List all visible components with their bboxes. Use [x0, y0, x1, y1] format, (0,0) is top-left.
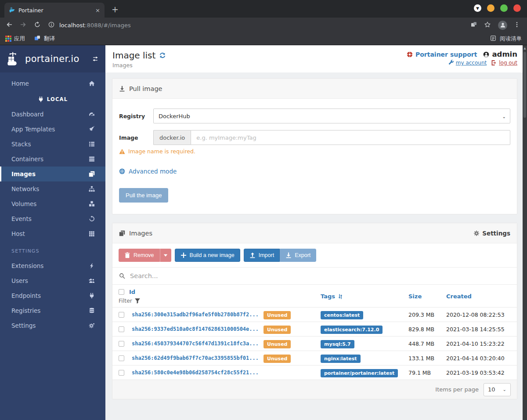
new-tab-button[interactable]: + — [112, 4, 119, 14]
forward-icon[interactable] — [20, 22, 27, 29]
tab-title: Portainer — [18, 7, 43, 14]
validation-warning: Image name is required. — [119, 148, 510, 155]
select-all-checkbox[interactable] — [119, 289, 124, 295]
sidebar-item-dashboard[interactable]: Dashboard — [0, 107, 105, 122]
maximize-button[interactable] — [500, 4, 508, 12]
sort-by-created[interactable]: Created — [446, 293, 511, 300]
profile-avatar[interactable] — [498, 21, 507, 30]
import-button[interactable]: Import — [244, 249, 280, 262]
filter-button[interactable]: Filter — [119, 297, 264, 304]
images-panel-header: Images Settings — [112, 223, 517, 243]
sort-by-tags[interactable]: Tags — [321, 293, 408, 300]
browser-window: Portainer × + ▼ localhost:8088/#/images — [0, 0, 527, 420]
sidebar-item-label: Stacks — [11, 141, 31, 148]
remove-dropdown-button[interactable] — [160, 249, 171, 262]
browser-tab[interactable]: Portainer × — [4, 3, 105, 18]
sidebar-item-settings[interactable]: Settings — [0, 318, 105, 333]
image-id-link[interactable]: sha256:450379344707c56f47d1391c18fc3a... — [132, 340, 264, 347]
unused-cell: Unused — [264, 325, 321, 334]
row-checkbox[interactable] — [119, 326, 124, 332]
plug-icon — [89, 293, 95, 299]
log-out-link[interactable]: log out — [491, 60, 517, 66]
home-icon — [89, 80, 95, 87]
translate-icon[interactable] — [471, 22, 478, 29]
bookmark-translate[interactable]: 翻译 — [34, 35, 55, 43]
size-cell: 829.8 MB — [408, 326, 446, 333]
minimize-button[interactable] — [487, 4, 495, 12]
table-search-input[interactable]: Search... — [112, 267, 517, 285]
export-button[interactable]: Export — [280, 249, 316, 262]
dashboard-icon — [89, 111, 95, 117]
sidebar-item-events[interactable]: Events — [0, 211, 105, 226]
items-per-page-select[interactable]: 10 ⌄ — [484, 383, 511, 396]
sort-by-size[interactable]: Size — [408, 293, 446, 300]
reload-icon[interactable] — [34, 22, 41, 29]
page-scrollbar[interactable]: ▲ — [523, 45, 527, 420]
sidebar-logo[interactable]: portainer.io — [0, 45, 105, 72]
advanced-mode-link[interactable]: Advanced mode — [119, 168, 510, 175]
scroll-up-arrow[interactable]: ▲ — [523, 45, 527, 50]
row-checkbox[interactable] — [119, 355, 124, 361]
address-bar[interactable]: localhost:8088/#/images — [48, 22, 464, 29]
remove-button[interactable]: Remove — [119, 249, 160, 262]
sidebar-item-networks[interactable]: Networks — [0, 181, 105, 196]
gears-icon — [89, 322, 95, 329]
image-id-link[interactable]: sha256:580c0e4e98b06d258754cf28c55f21... — [132, 369, 264, 376]
registry-select[interactable]: DockerHub — [153, 109, 510, 123]
build-image-button[interactable]: Build a new image — [175, 249, 240, 262]
created-cell: 2021-03-18 14:25:55 — [446, 326, 511, 333]
sidebar-item-containers[interactable]: Containers — [0, 152, 105, 167]
sidebar-item-stacks[interactable]: Stacks — [0, 137, 105, 152]
sidebar-item-extensions[interactable]: Extensions — [0, 258, 105, 273]
image-name-input[interactable]: e.g. myImage:myTag — [191, 130, 510, 145]
window-menu-icon[interactable]: ▼ — [474, 4, 481, 12]
portainer-support-link[interactable]: Portainer support — [407, 51, 477, 58]
sidebar-item-users[interactable]: Users — [0, 273, 105, 288]
image-id-link[interactable]: sha256:9337ed510a0c8f147628631000504e... — [132, 326, 264, 332]
rocket-icon — [89, 126, 95, 132]
sidebar-item-app-templates[interactable]: App Templates — [0, 122, 105, 137]
page-header: Image list Images Portainer support admi — [105, 45, 527, 72]
table-header: Id Filter Tags Size — [112, 285, 517, 307]
table-settings-button[interactable]: Settings — [473, 230, 510, 237]
browser-menu-icon[interactable] — [514, 22, 521, 29]
sort-icon — [337, 293, 343, 300]
site-info-icon[interactable] — [48, 22, 55, 29]
back-icon[interactable] — [6, 22, 13, 29]
chevron-down-icon: ⌄ — [503, 387, 506, 392]
sidebar-item-volumes[interactable]: Volumes — [0, 196, 105, 211]
my-account-link[interactable]: my account — [448, 60, 487, 66]
sidebar-item-registries[interactable]: Registries — [0, 303, 105, 318]
row-checkbox[interactable] — [119, 312, 124, 318]
close-window-button[interactable] — [513, 4, 521, 12]
window-controls: ▼ — [474, 4, 521, 12]
sort-by-id[interactable]: Id — [129, 289, 135, 295]
bookmark-star-icon[interactable] — [484, 22, 491, 29]
sidebar-item-host[interactable]: Host — [0, 226, 105, 241]
tag-badge: portainer/portainer:latest — [321, 369, 398, 377]
tab-close-icon[interactable]: × — [95, 7, 100, 14]
user-menu[interactable]: admin — [483, 50, 517, 58]
download-icon — [119, 86, 125, 92]
created-cell: 2021-03-19 03:53:42 — [446, 369, 511, 376]
sidebar-settings-list: ExtensionsUsersEndpointsRegistriesSettin… — [0, 258, 105, 333]
reading-list-button[interactable]: 阅读清单 — [490, 35, 522, 43]
sidebar-item-endpoints[interactable]: Endpoints — [0, 288, 105, 303]
image-label: Image — [119, 134, 153, 141]
pull-image-button[interactable]: Pull the image — [119, 188, 168, 203]
image-id-link[interactable]: sha256:300e315adb2f96afe5f0b2780b87f2... — [132, 311, 264, 318]
scrollbar-thumb[interactable] — [523, 52, 526, 118]
tags-cell: elasticsearch:7.12.0 — [321, 325, 408, 334]
row-checkbox[interactable] — [119, 370, 124, 376]
sidebar-collapse-icon[interactable] — [92, 56, 98, 62]
browser-tab-bar: Portainer × + ▼ — [0, 0, 527, 18]
bookmark-apps[interactable]: 应用 — [5, 35, 25, 43]
row-checkbox[interactable] — [119, 341, 124, 347]
sidebar-item-images[interactable]: Images — [0, 167, 105, 181]
image-id-link[interactable]: sha256:62d49f9bab67f7c70ac3395855bf01... — [132, 355, 264, 361]
sidebar-local-list: DashboardApp TemplatesStacksContainersIm… — [0, 107, 105, 241]
sidebar-item-home[interactable]: Home — [0, 76, 105, 91]
refresh-icon[interactable] — [159, 52, 166, 58]
registry-addon: docker.io — [153, 130, 191, 145]
breadcrumb: Images — [112, 62, 166, 69]
